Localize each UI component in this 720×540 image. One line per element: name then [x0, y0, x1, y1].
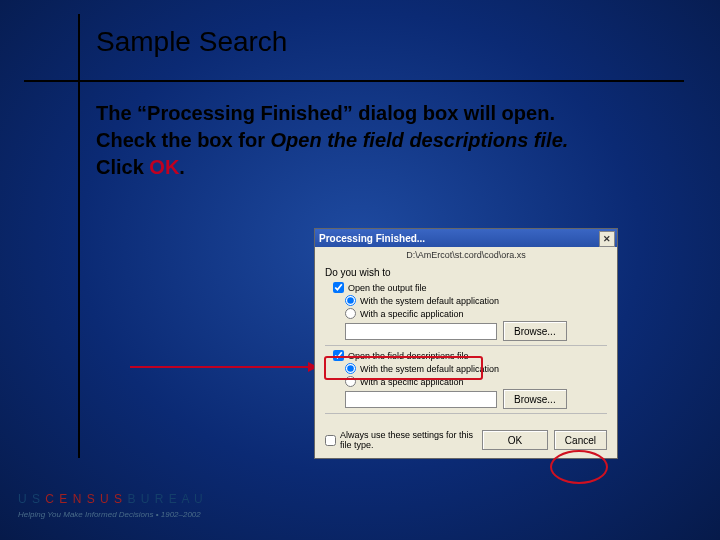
checkbox-open-output[interactable] — [333, 282, 344, 293]
dialog-question: Do you wish to — [325, 267, 607, 278]
highlight-rect — [324, 356, 483, 380]
brand-bureau: B U R E A U — [127, 492, 203, 506]
dialog-title: Processing Finished... — [319, 233, 425, 244]
dialog-filepath: D:\AmErcot\st.cord\cod\ora.xs — [315, 247, 617, 263]
processing-finished-dialog: Processing Finished... ✕ D:\AmErcot\st.c… — [314, 228, 618, 459]
label-always: Always use these settings for this file … — [340, 430, 482, 450]
slide-title: Sample Search — [96, 26, 287, 58]
body-line2a: Check the box for — [96, 129, 270, 151]
body-line2-ital: Open the field descriptions file. — [270, 129, 568, 151]
body-ok-word: OK — [149, 156, 179, 178]
brand-us: U S — [18, 492, 41, 506]
footer-brand: U S C E N S U S B U R E A U Helping You … — [18, 492, 204, 520]
radio-sysdefault-1[interactable] — [345, 295, 356, 306]
dialog-titlebar: Processing Finished... ✕ — [315, 229, 617, 247]
brand-census: C E N S U S — [45, 492, 123, 506]
label-sysdefault-1: With the system default application — [360, 296, 499, 306]
body-line3a: Click — [96, 156, 149, 178]
checkbox-always[interactable] — [325, 435, 336, 446]
slide-body: The “Processing Finished” dialog box wil… — [96, 100, 656, 181]
separator-1 — [325, 345, 607, 346]
radio-specific-1[interactable] — [345, 308, 356, 319]
highlight-oval — [550, 450, 608, 484]
body-line3c: . — [179, 156, 185, 178]
brand-tagline: Helping You Make Informed Decisions • 19… — [18, 510, 201, 519]
specific-app-field-1[interactable] — [345, 323, 497, 340]
specific-app-field-2[interactable] — [345, 391, 497, 408]
callout-arrow — [130, 366, 312, 368]
label-open-output: Open the output file — [348, 283, 427, 293]
browse-button-1[interactable]: Browse... — [503, 321, 567, 341]
ok-button[interactable]: OK — [482, 430, 548, 450]
browse-button-2[interactable]: Browse... — [503, 389, 567, 409]
cancel-button[interactable]: Cancel — [554, 430, 607, 450]
close-icon[interactable]: ✕ — [599, 231, 615, 247]
separator-2 — [325, 413, 607, 414]
horizontal-rule — [24, 80, 684, 82]
body-line1: The “Processing Finished” dialog box wil… — [96, 102, 555, 124]
label-specific-1: With a specific application — [360, 309, 464, 319]
